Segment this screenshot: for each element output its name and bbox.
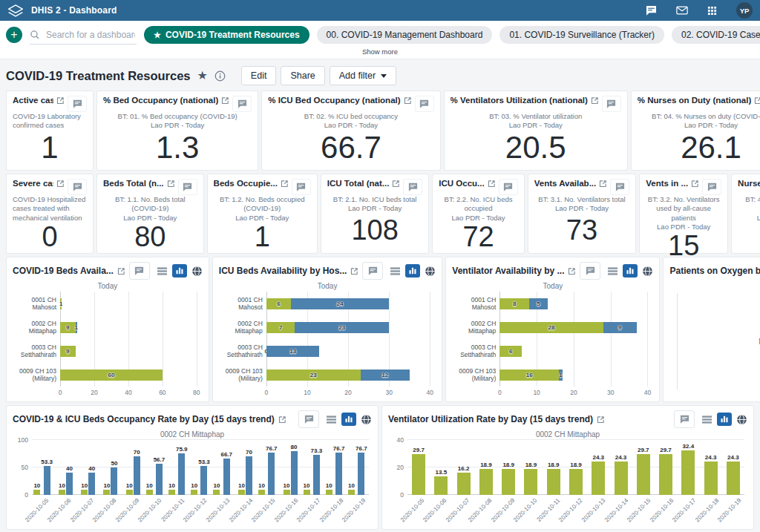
interpretations-icon[interactable] — [129, 262, 150, 280]
kpi-title: % Bed Occupancy (national) — [103, 96, 218, 105]
view-as-map-icon[interactable] — [361, 414, 372, 425]
show-more-link[interactable]: Show more — [6, 45, 754, 59]
view-as-table-icon[interactable] — [390, 266, 401, 276]
category-label: 0001 CH Mahosot — [452, 292, 496, 315]
interpretations-icon[interactable] — [232, 96, 252, 112]
open-in-new-icon[interactable] — [56, 96, 65, 105]
open-in-new-icon[interactable] — [568, 267, 576, 275]
chart-subtitle: Today — [219, 282, 436, 290]
dashboard-search-input[interactable] — [45, 29, 137, 41]
bar-rect — [126, 490, 133, 495]
bar-segment: 1 — [76, 322, 77, 333]
new-dashboard-button[interactable]: + — [6, 27, 22, 43]
view-as-map-icon[interactable] — [191, 266, 203, 277]
interpretations-icon[interactable] — [602, 96, 621, 112]
view-as-table-icon[interactable] — [326, 415, 337, 424]
share-button[interactable]: Share — [281, 66, 324, 85]
open-in-new-icon[interactable] — [597, 416, 605, 424]
open-in-new-icon[interactable] — [488, 180, 496, 188]
bar: 75.9 — [176, 440, 188, 495]
open-in-new-icon[interactable] — [281, 180, 289, 188]
open-in-new-icon[interactable] — [350, 267, 358, 275]
plot-area: 6247230132312 — [266, 292, 430, 387]
chart-title: COVID-19 & ICU Beds Occupancy Rate by Da… — [13, 414, 275, 424]
view-as-map-icon[interactable] — [642, 266, 653, 277]
view-as-table-icon[interactable] — [157, 266, 168, 276]
bar-value-label: 80 — [291, 444, 298, 450]
interpretations-icon[interactable] — [178, 179, 197, 195]
dashboard-chip-selected[interactable]: ★ COVID-19 Treatment Resources — [144, 26, 309, 44]
open-in-new-icon[interactable] — [221, 96, 229, 105]
x-axis-label: 2020-10-17 — [295, 497, 321, 523]
open-in-new-icon[interactable] — [278, 416, 286, 424]
axis-tick-label: 40 — [644, 389, 651, 396]
interpretations-icon[interactable] — [298, 410, 319, 428]
open-in-new-icon[interactable] — [591, 96, 599, 105]
add-filter-button[interactable]: Add filter — [330, 66, 396, 85]
view-as-map-icon[interactable] — [425, 266, 436, 277]
edit-button[interactable]: Edit — [241, 66, 277, 85]
axis-tick-label: 40 — [397, 436, 404, 444]
apps-menu-icon[interactable] — [707, 6, 717, 16]
x-axis-label: 2020-10-05 — [399, 497, 425, 523]
star-icon[interactable]: ★ — [197, 70, 208, 82]
bar-value-label: 18.9 — [502, 462, 514, 468]
bar-rect — [238, 490, 245, 495]
kpi-value: 66.7 — [268, 131, 433, 164]
bar-rect — [66, 473, 73, 495]
user-avatar[interactable]: YP — [736, 2, 753, 19]
view-as-chart-icon[interactable] — [405, 264, 420, 278]
interpretations-icon[interactable] — [646, 5, 657, 16]
dashboard-chip[interactable]: 01. COVID-19 Surveillance (Tracker) — [499, 26, 664, 44]
bar-rect — [479, 469, 493, 495]
dhis2-logo-icon[interactable] — [7, 4, 24, 18]
view-as-chart-icon[interactable] — [717, 413, 732, 426]
view-as-table-icon[interactable] — [607, 266, 618, 276]
open-in-new-icon[interactable] — [599, 180, 607, 188]
view-as-chart-icon[interactable] — [341, 413, 356, 426]
open-in-new-icon[interactable] — [167, 180, 175, 188]
dashboard-chip[interactable]: 02. COVID-19 Case Mapping (Tracker) — [672, 26, 760, 44]
dashboard-chip[interactable]: 00. COVID-19 Management Dashboard — [317, 26, 493, 44]
open-in-new-icon[interactable] — [392, 180, 400, 188]
kpi-card: Beds Total (n... BT: 1.1. No. Beds total… — [96, 174, 204, 254]
bar-value-label: 1 — [59, 301, 62, 307]
view-as-table-icon[interactable] — [701, 415, 712, 424]
interpretations-icon[interactable] — [674, 410, 695, 428]
kpi-subtitle: BT: 3.1. No. Ventilators total — [534, 195, 630, 204]
chart-subtitle: Today — [669, 282, 760, 290]
open-in-new-icon[interactable] — [56, 180, 65, 188]
interpretations-icon[interactable] — [68, 96, 87, 112]
category-label: 0009 CH 103 (Military) — [452, 363, 496, 387]
view-as-chart-icon[interactable] — [623, 264, 638, 278]
interpretations-icon[interactable] — [415, 96, 434, 112]
interpretations-icon[interactable] — [499, 179, 518, 195]
open-in-new-icon[interactable] — [691, 180, 699, 188]
dashboard-search[interactable] — [30, 26, 137, 45]
messages-icon[interactable] — [676, 6, 688, 15]
bar-value-label: 10 — [168, 482, 175, 489]
view-as-chart-icon[interactable] — [172, 264, 187, 278]
open-in-new-icon[interactable] — [754, 96, 760, 105]
interpretations-icon[interactable] — [362, 262, 383, 280]
open-in-new-icon[interactable] — [117, 267, 125, 275]
info-icon[interactable] — [214, 70, 226, 82]
bar-value-label: 10 — [81, 482, 88, 489]
chart-card: Ventilator Availability by ... Today 000… — [445, 257, 660, 402]
interpretations-icon[interactable] — [68, 179, 87, 195]
view-as-map-icon[interactable] — [736, 414, 747, 425]
interpretations-icon[interactable] — [403, 179, 422, 195]
plot-area: 1053.310401040105010701056.71075.91053.3… — [32, 440, 369, 495]
interpretations-icon[interactable] — [580, 262, 600, 280]
kpi-value: 20.5 — [451, 131, 621, 164]
interpretations-icon[interactable] — [292, 179, 311, 195]
open-in-new-icon[interactable] — [404, 96, 412, 105]
interpretations-icon[interactable] — [610, 179, 629, 195]
gridline — [647, 292, 648, 387]
kpi-card: Severe cases COVID-19 Hospitalized cases… — [6, 174, 94, 254]
bar: 10 — [146, 440, 153, 495]
kpi-period: Lao PDR - Today — [738, 214, 760, 223]
dashboards-bar: + ★ COVID-19 Treatment Resources 00. COV… — [0, 21, 760, 59]
kpi-value: 0 — [13, 223, 87, 252]
interpretations-icon[interactable] — [702, 179, 721, 195]
